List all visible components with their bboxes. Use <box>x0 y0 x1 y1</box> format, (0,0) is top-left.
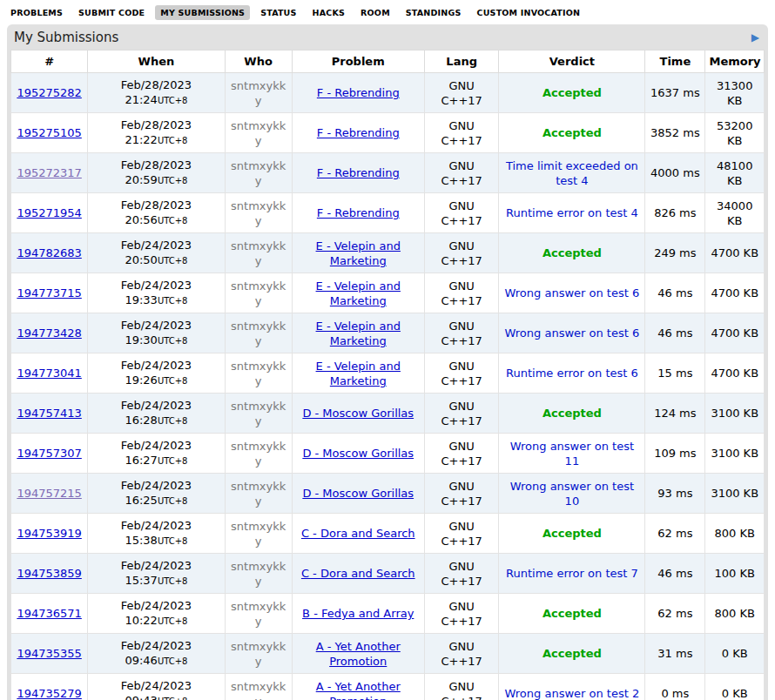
header-row: #WhenWhoProblemLangVerdictTimeMemory <box>11 50 765 73</box>
submission-date: Feb/24/2023 <box>91 678 220 693</box>
problem-link[interactable]: E - Velepin and Marketing <box>316 279 401 307</box>
user-link[interactable]: sntmxykky <box>231 680 286 700</box>
user-link[interactable]: sntmxykky <box>231 119 286 147</box>
time-cell: 46 ms <box>645 313 705 353</box>
who-cell: sntmxykky <box>225 273 292 313</box>
column-header-memory: Memory <box>705 50 765 73</box>
time-value: 19:26 <box>125 374 157 387</box>
submission-id-link[interactable]: 195275282 <box>17 86 81 99</box>
nav-item-problems[interactable]: PROBLEMS <box>5 5 68 20</box>
submission-id-link[interactable]: 194757307 <box>17 447 81 460</box>
when-cell: Feb/24/202309:43UTC+8 <box>88 674 225 700</box>
submission-id-link[interactable]: 194757215 <box>17 487 81 500</box>
memory-cell: 4700 KB <box>705 353 765 394</box>
verdict-cell: Wrong answer on test 6 <box>499 313 645 353</box>
time-value: 16:27 <box>125 454 157 467</box>
table-row: 194773715Feb/24/202319:33UTC+8sntmxykkyE… <box>11 273 765 313</box>
nav-item-submit-code[interactable]: SUBMIT CODE <box>73 5 150 20</box>
user-link[interactable]: sntmxykky <box>231 159 286 187</box>
nav-item-room[interactable]: ROOM <box>355 5 395 20</box>
nav-item-status[interactable]: STATUS <box>255 5 301 20</box>
lang-line: C++17 <box>428 694 495 700</box>
submission-date: Feb/24/2023 <box>91 558 220 573</box>
id-cell: 195272317 <box>11 153 88 193</box>
problem-link[interactable]: B - Fedya and Array <box>302 607 414 620</box>
user-link[interactable]: sntmxykky <box>231 480 286 508</box>
user-link[interactable]: sntmxykky <box>231 79 286 107</box>
nav-item-hacks[interactable]: HACKS <box>307 5 350 20</box>
timezone-label: UTC+8 <box>158 336 188 346</box>
lang-cell: GNUC++17 <box>424 554 499 594</box>
user-link[interactable]: sntmxykky <box>231 279 286 307</box>
submission-id-link[interactable]: 194753859 <box>17 567 81 580</box>
problem-link[interactable]: C - Dora and Search <box>301 567 415 580</box>
submission-id-link[interactable]: 194773041 <box>17 367 81 380</box>
problem-link[interactable]: E - Velepin and Marketing <box>316 239 401 267</box>
time-cell: 826 ms <box>645 193 705 233</box>
problem-link[interactable]: F - Rebrending <box>317 206 400 219</box>
submission-id-link[interactable]: 194753919 <box>17 527 81 540</box>
submission-date: Feb/28/2023 <box>91 118 220 132</box>
time-value: 09:46 <box>125 654 157 667</box>
user-link[interactable]: sntmxykky <box>231 560 286 588</box>
submission-time: 16:25UTC+8 <box>91 493 220 508</box>
problem-link[interactable]: D - Moscow Gorillas <box>302 407 414 420</box>
submission-id-link[interactable]: 194773428 <box>17 326 81 340</box>
submission-id-link[interactable]: 194757413 <box>17 407 81 420</box>
user-link[interactable]: sntmxykky <box>231 239 286 267</box>
lang-line: C++17 <box>428 654 495 669</box>
time-cell: 0 ms <box>645 674 705 700</box>
submission-id-link[interactable]: 194782683 <box>17 246 81 259</box>
when-cell: Feb/28/202321:24UTC+8 <box>88 73 225 113</box>
problem-link[interactable]: E - Velepin and Marketing <box>316 360 401 387</box>
user-link[interactable]: sntmxykky <box>231 640 286 668</box>
problem-link[interactable]: C - Dora and Search <box>301 527 415 540</box>
lang-line: GNU <box>428 239 495 253</box>
submission-date: Feb/24/2023 <box>91 398 220 413</box>
verdict-text: Wrong answer on test 6 <box>505 286 640 300</box>
verdict-cell: Accepted <box>499 634 645 674</box>
verdict-cell: Accepted <box>499 514 645 554</box>
nav-item-custom-invocation[interactable]: CUSTOM INVOCATION <box>472 5 586 20</box>
submission-date: Feb/24/2023 <box>91 438 220 453</box>
problem-link[interactable]: D - Moscow Gorillas <box>302 487 414 500</box>
expand-arrow-icon[interactable]: ▶ <box>750 32 761 43</box>
lang-line: C++17 <box>428 574 495 589</box>
user-link[interactable]: sntmxykky <box>231 520 286 548</box>
user-link[interactable]: sntmxykky <box>231 320 286 347</box>
submission-id-link[interactable]: 194773715 <box>17 286 81 300</box>
user-link[interactable]: sntmxykky <box>231 400 286 427</box>
nav-item-my-submissions[interactable]: MY SUBMISSIONS <box>155 5 250 20</box>
problem-link[interactable]: A - Yet Another Promotion <box>316 640 401 668</box>
when-cell: Feb/28/202321:22UTC+8 <box>88 113 225 153</box>
problem-link[interactable]: E - Velepin and Marketing <box>316 320 401 347</box>
time-value: 10:22 <box>125 614 157 627</box>
problem-link[interactable]: D - Moscow Gorillas <box>302 447 414 460</box>
verdict-text: Runtime error on test 4 <box>506 206 638 219</box>
verdict-cell: Time limit exceeded on test 4 <box>499 153 645 193</box>
problem-cell: D - Moscow Gorillas <box>292 474 424 514</box>
user-link[interactable]: sntmxykky <box>231 360 286 387</box>
problem-link[interactable]: A - Yet Another Promotion <box>316 680 401 700</box>
submission-id-link[interactable]: 194735279 <box>17 687 81 700</box>
lang-cell: GNUC++17 <box>424 434 499 474</box>
user-link[interactable]: sntmxykky <box>231 440 286 468</box>
nav-item-standings[interactable]: STANDINGS <box>401 5 467 20</box>
submission-id-link[interactable]: 195271954 <box>17 206 81 219</box>
submission-id-link[interactable]: 194735355 <box>17 647 81 660</box>
lang-line: GNU <box>428 199 495 213</box>
column-header-id: # <box>11 50 88 73</box>
table-row: 195275282Feb/28/202321:24UTC+8sntmxykkyF… <box>11 73 765 113</box>
problem-link[interactable]: F - Rebrending <box>317 166 400 179</box>
problem-link[interactable]: F - Rebrending <box>317 86 400 99</box>
lang-cell: GNUC++17 <box>424 474 499 514</box>
user-link[interactable]: sntmxykky <box>231 600 286 628</box>
submission-id-link[interactable]: 195275105 <box>17 126 81 139</box>
submission-id-link[interactable]: 194736571 <box>17 607 81 620</box>
submission-id-link[interactable]: 195272317 <box>17 166 81 179</box>
user-link[interactable]: sntmxykky <box>231 199 286 227</box>
lang-line: C++17 <box>428 454 495 468</box>
lang-line: GNU <box>428 78 495 93</box>
problem-link[interactable]: F - Rebrending <box>317 126 400 139</box>
submission-time: 21:22UTC+8 <box>91 132 220 148</box>
